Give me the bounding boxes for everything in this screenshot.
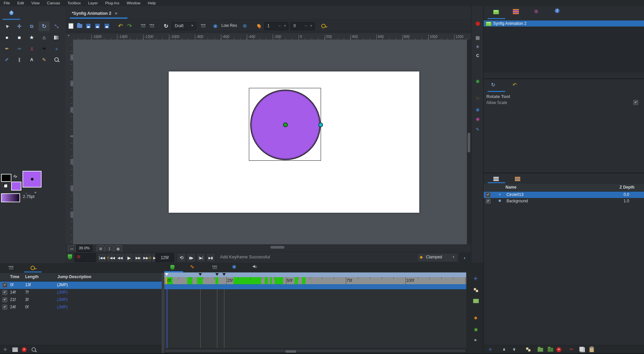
canvas-vscrollbar-thumb[interactable] xyxy=(468,133,470,152)
brush-size-increase[interactable]: + xyxy=(34,190,37,195)
copy-layer-icon[interactable] xyxy=(580,347,585,352)
tab-palette[interactable] xyxy=(513,9,519,14)
tool-draw[interactable]: ✑ xyxy=(13,43,25,54)
bounds-enable-button[interactable]: |▶| xyxy=(196,253,206,262)
tool-rectangle[interactable]: ■ xyxy=(13,32,25,43)
layer-row[interactable]: ✔●Circle0130.0 xyxy=(484,192,644,198)
delete-keyframe-icon[interactable]: ✕ xyxy=(21,347,27,352)
tool-scale[interactable]: ⤡ xyxy=(50,21,63,32)
panel-divider[interactable] xyxy=(484,78,644,79)
render-preview-icon[interactable]: ◉ xyxy=(472,116,484,121)
bounds-end-button[interactable]: ▶▮ xyxy=(206,253,215,262)
reset-colors-icon[interactable] xyxy=(3,183,6,186)
keyframe-enabled-checkbox[interactable]: ✔ xyxy=(2,283,7,288)
timebar[interactable]: 0f25f50f75f100f125f xyxy=(164,277,466,284)
timetrack-hscrollbar[interactable] xyxy=(164,348,466,353)
keyframe-enabled-checkbox[interactable]: ✔ xyxy=(2,297,7,302)
future-onion-spinner[interactable]: 0 − + xyxy=(290,22,315,30)
layer-visible-checkbox[interactable]: ✔ xyxy=(486,199,491,204)
menu-help[interactable]: Help xyxy=(144,1,160,5)
bounds-begin-button[interactable]: ▮▶ xyxy=(186,253,196,262)
tool-transform[interactable]: ➤ xyxy=(1,21,13,32)
menu-layer[interactable]: Layer xyxy=(85,1,102,5)
save-all-button[interactable] xyxy=(103,22,111,30)
tool-circle[interactable]: ● xyxy=(1,32,13,43)
group-into-folder-icon[interactable] xyxy=(537,348,543,352)
keyframe-row[interactable]: ✔21f3f(JMP) xyxy=(0,296,162,304)
past-onion-minus[interactable]: − xyxy=(278,23,281,28)
zoom-100-icon[interactable]: 1 xyxy=(105,245,113,252)
layer-visible-checkbox[interactable]: ✔ xyxy=(486,192,491,197)
redo-icon[interactable]: ↷ xyxy=(125,22,133,30)
fit-canvas-icon[interactable]: ▭ xyxy=(68,245,76,252)
open-file-button[interactable] xyxy=(75,22,84,30)
tool-star[interactable]: ★ xyxy=(25,32,38,43)
record-icon[interactable] xyxy=(472,21,484,26)
preview-button[interactable] xyxy=(148,22,156,30)
paste-layer-icon[interactable] xyxy=(589,347,594,352)
past-keyframe-onion-button[interactable]: ◑ xyxy=(460,253,469,262)
tab-info[interactable]: i xyxy=(555,8,559,13)
toolbox-tab[interactable] xyxy=(5,9,18,17)
onion-skin-icon[interactable] xyxy=(255,22,263,30)
tool-brush[interactable]: ❧ xyxy=(38,43,50,54)
seek-begin-button[interactable]: |◀◀ xyxy=(97,253,107,262)
seek-next-keyframe-button[interactable]: ▶▶ xyxy=(143,253,152,262)
tab-library[interactable]: ◉ xyxy=(534,8,538,14)
menu-toolbox[interactable]: Toolbox xyxy=(64,1,85,5)
raise-layer-icon[interactable]: ∧ xyxy=(502,347,506,352)
group-waypoints-icon[interactable] xyxy=(474,288,478,292)
tool-width[interactable]: ∥ xyxy=(13,54,25,65)
gradient-swatch[interactable] xyxy=(1,193,20,202)
add-keyframe-icon[interactable]: ✛ xyxy=(3,347,7,352)
render-toggle-button[interactable] xyxy=(199,22,207,30)
find-keyframe-icon[interactable] xyxy=(32,347,36,352)
add-waypoint-icon[interactable]: ✛ xyxy=(474,276,478,281)
fill-color-swatch[interactable] xyxy=(11,182,21,191)
interpolation-dropdown[interactable]: ◆ Clamped ▼ xyxy=(417,253,458,262)
menu-file[interactable]: File xyxy=(0,1,14,5)
end-time-field[interactable]: 125f xyxy=(155,253,174,262)
quality-dropdown[interactable]: Draft ▼ xyxy=(172,22,196,30)
show-grid-icon[interactable]: ▦ xyxy=(472,35,484,40)
past-onion-plus[interactable]: + xyxy=(284,23,286,28)
seek-prev-frame-button[interactable]: ◀◀ xyxy=(115,253,125,262)
keyframe-enabled-checkbox[interactable]: ✔ xyxy=(2,290,7,295)
timetrack-lock-icon[interactable]: ◉ xyxy=(474,327,478,332)
tab-tool-options[interactable]: ↻ xyxy=(491,82,495,88)
tool-spline[interactable]: ✒ xyxy=(1,43,13,54)
timetrack-grid[interactable] xyxy=(164,289,466,348)
loop-button[interactable]: ⟲ xyxy=(177,253,186,262)
low-res-toggle[interactable]: Low Res xyxy=(221,23,237,28)
close-icon[interactable]: ✕ xyxy=(115,11,118,16)
keyframe-jump-link[interactable]: (JMP) xyxy=(57,283,68,287)
render-options-button[interactable] xyxy=(139,22,147,30)
tab-canvas-browser[interactable] xyxy=(491,9,501,15)
origin-handle[interactable] xyxy=(283,122,288,127)
timetrack-hscrollbar-thumb[interactable] xyxy=(165,349,466,352)
keyframe-marker[interactable] xyxy=(165,273,168,276)
undo-icon[interactable]: ↶ xyxy=(116,22,124,30)
tab-sound[interactable]: ◀)) xyxy=(252,264,257,268)
save-button[interactable] xyxy=(84,22,92,30)
radius-handle[interactable] xyxy=(318,122,323,127)
tab-sort-depth[interactable] xyxy=(513,175,523,182)
brush-preview-swatch[interactable] xyxy=(22,171,42,188)
onion-future-icon[interactable]: ◉ xyxy=(472,107,484,112)
tab-history[interactable]: ↶ xyxy=(513,82,517,88)
allow-scale-checkbox[interactable]: ✔ xyxy=(633,100,638,105)
cut-layer-icon[interactable]: ✂ xyxy=(570,347,574,352)
ungroup-icon[interactable] xyxy=(547,348,553,352)
tab-keyframes-track[interactable] xyxy=(210,264,219,271)
tool-mirror[interactable]: ⧉ xyxy=(25,21,38,32)
export-image-icon[interactable] xyxy=(473,299,479,303)
guide-snap-icon[interactable]: ∷ xyxy=(472,96,484,101)
low-res-icon[interactable]: C xyxy=(472,53,484,58)
past-onion-spinner[interactable]: 1 − + xyxy=(264,22,288,30)
keyframe-row[interactable]: ✔24f0f(JMP) xyxy=(0,304,162,311)
panel-divider[interactable] xyxy=(484,172,644,173)
tab-curves[interactable]: ∿ xyxy=(190,263,194,270)
render-status-icon[interactable] xyxy=(67,254,72,260)
no-thumbnails-icon[interactable]: ⊗ xyxy=(241,22,249,30)
canvas-vscrollbar[interactable] xyxy=(467,40,471,244)
